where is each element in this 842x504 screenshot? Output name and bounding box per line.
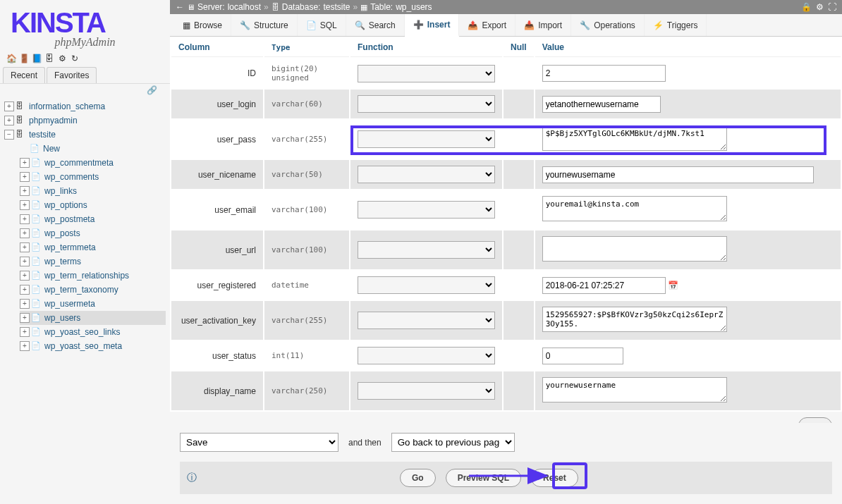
table-node[interactable]: +wp_terms	[20, 254, 166, 269]
settings-icon[interactable]: ⚙	[56, 53, 68, 64]
go-button-top[interactable]: Go	[798, 417, 832, 423]
expand-icon[interactable]: +	[20, 299, 30, 309]
tab-favorites[interactable]: Favorites	[47, 67, 97, 83]
expand-icon[interactable]: +	[20, 172, 30, 182]
table-node[interactable]: +wp_postmeta	[20, 212, 166, 226]
gear-icon[interactable]: ⚙	[816, 2, 824, 12]
expand-icon[interactable]: +	[20, 186, 30, 196]
lock-icon[interactable]: 🔒	[801, 2, 812, 12]
function-select[interactable]	[358, 166, 495, 183]
table-node[interactable]: +wp_term_relationships	[20, 269, 166, 283]
table-node[interactable]: +wp_users	[20, 311, 166, 325]
expand-icon[interactable]: +	[20, 327, 30, 337]
table-node[interactable]: +wp_term_taxonomy	[20, 283, 166, 297]
function-select[interactable]	[358, 95, 495, 113]
bc-server[interactable]: localhost	[228, 2, 261, 12]
table-row: user_registereddatetime 📅	[171, 271, 841, 300]
tab-export[interactable]: 📤Export	[459, 14, 515, 36]
expand-icon[interactable]: +	[20, 271, 30, 281]
sql-icon[interactable]: 🗄	[44, 53, 55, 64]
docs-icon[interactable]: 📘	[31, 53, 42, 64]
function-select[interactable]	[358, 382, 495, 400]
col-type: varchar(100)	[264, 231, 349, 269]
tab-import[interactable]: 📥Import	[515, 14, 571, 36]
value-input[interactable]	[542, 166, 814, 183]
calendar-icon[interactable]: 📅	[668, 281, 678, 290]
bc-db[interactable]: testsite	[323, 2, 350, 12]
table-label: wp_links	[44, 186, 77, 196]
table-node[interactable]: +wp_yoast_seo_meta	[20, 339, 166, 353]
table-node[interactable]: +wp_commentmeta	[20, 156, 166, 170]
value-input[interactable]	[542, 65, 666, 82]
expand-icon[interactable]: +	[20, 257, 30, 266]
table-label: wp_term_relationships	[44, 271, 129, 281]
value-input[interactable]	[542, 96, 661, 113]
value-textarea[interactable]: $P$Bjz5XYTglGOLc6KMBkUt/djMN.7kst1	[542, 125, 727, 151]
function-select[interactable]	[358, 201, 495, 219]
table-node[interactable]: +wp_links	[20, 184, 166, 198]
maximize-icon[interactable]: ⛶	[828, 2, 836, 12]
go-button[interactable]: Go	[400, 469, 436, 487]
expand-icon[interactable]: +	[20, 341, 30, 351]
db-node[interactable]: +information_schema	[4, 99, 166, 113]
expand-icon[interactable]: +	[20, 228, 30, 238]
table-node[interactable]: +wp_termmeta	[20, 240, 166, 254]
col-type: varchar(255)	[264, 120, 349, 159]
expand-icon[interactable]: +	[4, 102, 14, 111]
expand-icon[interactable]: +	[20, 158, 30, 168]
function-select[interactable]	[358, 312, 495, 329]
tab-structure[interactable]: 🔧Structure	[231, 14, 298, 36]
table-node[interactable]: +wp_comments	[20, 170, 166, 184]
col-name: ID	[171, 59, 263, 88]
function-select[interactable]	[358, 347, 495, 364]
logout-icon[interactable]: 🚪	[18, 53, 30, 64]
function-select[interactable]	[358, 65, 495, 82]
insert-icon: ➕	[413, 20, 424, 30]
table-node[interactable]: +wp_yoast_seo_links	[20, 325, 166, 339]
table-node[interactable]: +wp_usermeta	[20, 297, 166, 311]
db-node[interactable]: +phpmyadmin	[4, 113, 166, 128]
expand-icon[interactable]: +	[20, 285, 30, 295]
expand-icon[interactable]: +	[20, 242, 30, 252]
col-type: varchar(60)	[264, 90, 349, 118]
tab-recent[interactable]: Recent	[3, 67, 45, 83]
table-node[interactable]: +wp_posts	[20, 226, 166, 240]
back-icon[interactable]: ←	[176, 2, 184, 12]
function-select[interactable]	[358, 130, 495, 148]
expand-icon[interactable]: +	[20, 200, 30, 210]
value-textarea[interactable]	[542, 236, 727, 262]
col-name: user_login	[171, 90, 263, 118]
value-input[interactable]	[542, 277, 666, 294]
collapse-icon[interactable]: −	[4, 130, 14, 140]
tab-sql[interactable]: 📄SQL	[298, 14, 346, 36]
tree-new[interactable]: New	[20, 142, 166, 156]
db-label: information_schema	[29, 102, 105, 111]
expand-icon[interactable]: +	[4, 116, 14, 125]
tab-insert[interactable]: ➕Insert	[405, 14, 460, 37]
function-select[interactable]	[358, 276, 495, 294]
home-icon[interactable]: 🏠	[6, 53, 17, 64]
table-icon	[31, 340, 42, 352]
value-textarea[interactable]: yournewusername	[542, 377, 727, 402]
info-icon[interactable]: ⓘ	[187, 472, 197, 484]
value-textarea[interactable]: 1529565927:$P$BfKOVzr3g50kzCqi2s6IeprZ3O…	[542, 307, 727, 332]
expand-icon[interactable]: +	[20, 214, 30, 224]
tab-operations[interactable]: 🔧Operations	[571, 14, 645, 36]
expand-icon[interactable]: +	[20, 313, 30, 323]
andthen-select[interactable]: Go back to previous page	[391, 433, 515, 452]
tab-search[interactable]: 🔍Search	[346, 14, 405, 36]
col-name: user_activation_key	[171, 301, 263, 340]
table-node[interactable]: +wp_options	[20, 198, 166, 212]
function-select[interactable]	[358, 241, 495, 259]
tab-browse[interactable]: ▦Browse	[174, 14, 231, 36]
value-input[interactable]	[542, 348, 623, 364]
db-node-expanded[interactable]: −testsite	[4, 128, 166, 142]
collapse-icon[interactable]: 🔗	[147, 85, 157, 95]
bc-table[interactable]: wp_users	[396, 2, 432, 12]
tab-triggers[interactable]: ⚡Triggers	[645, 14, 707, 36]
value-textarea[interactable]: youremail@kinsta.com	[542, 196, 727, 221]
save-select[interactable]: Save	[180, 433, 338, 452]
table-row: display_namevarchar(250)yournewusername	[171, 371, 841, 410]
table-icon	[31, 284, 42, 295]
reload-icon[interactable]: ↻	[69, 53, 80, 64]
